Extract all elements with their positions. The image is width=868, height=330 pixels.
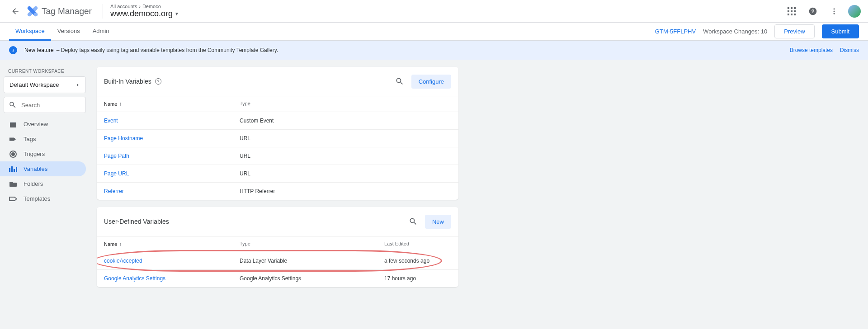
sidebar-item-templates[interactable]: Templates <box>0 191 86 206</box>
container-name[interactable]: www.democo.org <box>110 9 173 19</box>
table-row[interactable]: Page URLURL <box>97 165 458 183</box>
search-icon[interactable] <box>392 73 408 90</box>
variable-type: URL <box>240 153 384 159</box>
workspace-selector[interactable]: Default Workspace <box>4 76 86 93</box>
variable-type: URL <box>240 170 384 177</box>
app-header: Tag Manager All accounts › Democo www.de… <box>0 0 868 23</box>
svg-rect-22 <box>16 167 17 172</box>
col-name[interactable]: Name ↑ <box>104 241 240 247</box>
product-name: Tag Manager <box>42 6 92 16</box>
chevron-right-icon: › <box>139 4 141 9</box>
col-edited[interactable]: Last Edited <box>384 241 451 247</box>
search-icon[interactable] <box>405 213 421 230</box>
sidebar-section-label: CURRENT WORKSPACE <box>4 63 86 76</box>
caret-down-icon[interactable]: ▼ <box>175 11 179 16</box>
user-defined-variables-card: User-Defined Variables New Name ↑ Type L… <box>97 207 458 287</box>
info-icon: i <box>9 46 17 54</box>
container-id-link[interactable]: GTM-5FFLPHV <box>655 28 696 35</box>
svg-rect-10 <box>791 14 793 15</box>
variables-icon <box>9 166 17 172</box>
svg-point-15 <box>834 10 835 12</box>
overview-icon <box>9 121 17 127</box>
folders-icon <box>9 181 17 187</box>
tab-workspace[interactable]: Workspace <box>9 23 51 41</box>
svg-point-2 <box>34 13 38 16</box>
back-arrow-icon[interactable] <box>7 3 24 19</box>
col-type[interactable]: Type <box>240 241 384 247</box>
search-icon <box>9 101 17 109</box>
triggers-icon <box>9 151 17 157</box>
preview-button[interactable]: Preview <box>774 24 814 38</box>
table-row[interactable]: Page HostnameURL <box>97 130 458 147</box>
svg-rect-8 <box>794 10 796 12</box>
variable-link[interactable]: Page URL <box>104 170 129 177</box>
svg-rect-5 <box>794 7 796 9</box>
sidebar-item-triggers[interactable]: Triggers <box>0 146 86 161</box>
sidebar-item-overview[interactable]: Overview <box>0 117 86 132</box>
avatar[interactable] <box>848 5 861 18</box>
sidebar-item-label: Variables <box>24 165 47 172</box>
table-row[interactable]: Page PathURL <box>97 147 458 165</box>
more-vert-icon[interactable] <box>827 5 841 18</box>
col-type[interactable]: Type <box>240 101 384 107</box>
card-title: Built-In Variables <box>104 78 151 85</box>
nav-bar: Workspace Versions Admin GTM-5FFLPHV Wor… <box>0 23 868 41</box>
variable-type: Data Layer Variable <box>240 258 384 264</box>
sidebar-item-label: Overview <box>24 121 48 127</box>
help-icon[interactable]: ? <box>806 4 820 19</box>
tag-manager-logo-icon <box>27 6 38 17</box>
notification-bar: i New feature – Deploy tags easily using… <box>0 41 868 60</box>
sidebar-item-tags[interactable]: Tags <box>0 132 86 146</box>
svg-text:?: ? <box>811 8 814 14</box>
svg-rect-6 <box>788 10 789 12</box>
variable-edited: a few seconds ago <box>384 258 451 264</box>
table-row[interactable]: EventCustom Event <box>97 112 458 130</box>
configure-button[interactable]: Configure <box>411 75 451 89</box>
sidebar: CURRENT WORKSPACE Default Workspace Over… <box>0 60 90 329</box>
breadcrumb-accounts[interactable]: All accounts <box>110 4 137 9</box>
browse-templates-link[interactable]: Browse templates <box>790 47 833 53</box>
help-icon[interactable]: ? <box>155 78 161 85</box>
changes-count: Workspace Changes: 10 <box>703 28 767 35</box>
breadcrumb-account[interactable]: Democo <box>142 4 161 9</box>
variable-type: URL <box>240 135 384 141</box>
sidebar-item-folders[interactable]: Folders <box>0 176 86 191</box>
main-layout: CURRENT WORKSPACE Default Workspace Over… <box>0 60 868 329</box>
sidebar-item-label: Tags <box>24 136 36 142</box>
search-input-wrapper[interactable] <box>4 97 86 113</box>
search-input[interactable] <box>21 102 81 108</box>
svg-rect-3 <box>788 7 789 9</box>
sidebar-item-label: Templates <box>24 195 50 202</box>
variable-link[interactable]: Page Path <box>104 153 129 159</box>
notification-title: New feature <box>24 47 54 53</box>
svg-rect-4 <box>791 7 793 9</box>
svg-point-16 <box>834 13 835 14</box>
card-title: User-Defined Variables <box>104 218 169 225</box>
table-header: Name ↑ Type Last Edited <box>97 236 458 252</box>
breadcrumb[interactable]: All accounts › Democo www.democo.org ▼ <box>110 4 179 19</box>
submit-button[interactable]: Submit <box>822 24 859 38</box>
tab-admin[interactable]: Admin <box>86 23 116 41</box>
variable-link[interactable]: Google Analytics Settings <box>104 275 165 282</box>
table-row[interactable]: cookieAcceptedData Layer Variablea few s… <box>97 252 458 270</box>
col-name[interactable]: Name ↑ <box>104 101 240 107</box>
variable-link[interactable]: Page Hostname <box>104 135 143 141</box>
dismiss-link[interactable]: Dismiss <box>840 47 859 53</box>
variable-type: Google Analytics Settings <box>240 275 384 282</box>
variable-link[interactable]: cookieAccepted <box>104 258 142 264</box>
tab-versions[interactable]: Versions <box>51 23 86 41</box>
templates-icon <box>9 196 17 202</box>
variable-link[interactable]: Referrer <box>104 188 124 194</box>
svg-rect-21 <box>14 169 15 172</box>
table-row[interactable]: ReferrerHTTP Referrer <box>97 183 458 200</box>
variable-link[interactable]: Event <box>104 118 118 124</box>
table-row[interactable]: Google Analytics SettingsGoogle Analytic… <box>97 270 458 287</box>
table-header: Name ↑ Type <box>97 96 458 112</box>
apps-icon[interactable] <box>785 5 798 18</box>
new-button[interactable]: New <box>425 215 451 229</box>
tags-icon <box>9 136 17 142</box>
sidebar-item-label: Folders <box>24 180 43 187</box>
workspace-name: Default Workspace <box>9 81 59 88</box>
sidebar-item-label: Triggers <box>24 151 45 157</box>
sidebar-item-variables[interactable]: Variables <box>0 161 86 176</box>
